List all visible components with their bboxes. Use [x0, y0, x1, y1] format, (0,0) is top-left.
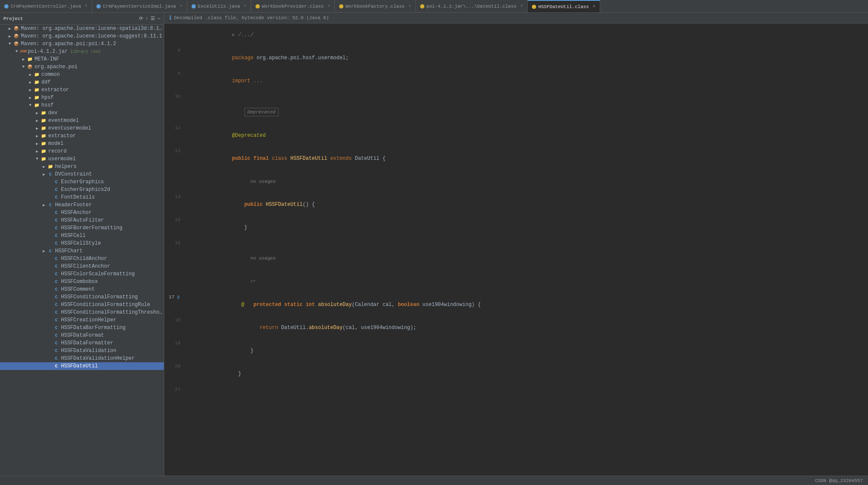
tab-close[interactable]: × [85, 4, 87, 9]
tree-item-dev[interactable]: ▶ 📁 dev [0, 109, 164, 117]
tree-item-eventusermodel[interactable]: ▶ 📁 eventusermodel [0, 124, 164, 132]
sort-icon[interactable]: ↕ [145, 16, 148, 21]
tab-label: CrmPaymentController.java [11, 4, 81, 9]
tree-item-hssfcombobox[interactable]: C HSSFCombobox [0, 278, 164, 286]
tab-close[interactable]: × [328, 4, 330, 9]
package-icon: 📦 [13, 40, 20, 47]
line-content: return DateUtil.absoluteDay(cal, use1904… [186, 316, 868, 339]
tab-close[interactable]: × [180, 4, 183, 9]
tab-workbook-provider[interactable]: WorkbookProvider.class × [251, 0, 335, 12]
arrow-icon: ▶ [34, 111, 40, 115]
minimize-icon[interactable]: — [157, 16, 160, 21]
tree-item-eschergraphics[interactable]: C EscherGraphics [0, 178, 164, 186]
tree-item-ddf[interactable]: ▶ 📁 ddf [0, 78, 164, 86]
tab-icon-java [192, 4, 196, 9]
tree-item-hssfdateutil[interactable]: C HSSFDateUtil [0, 362, 164, 370]
line-content: no usages [186, 247, 868, 270]
code-line: 16 [164, 239, 868, 247]
tree-item-hssfdatavalidationhelper[interactable]: C HSSFDataValidationHelper [0, 355, 164, 362]
tree-item-maven-poi[interactable]: ▼ 📦 Maven: org.apache.poi:poi:4.1.2 [0, 40, 164, 48]
tree-item-maven-lucene-spatial[interactable]: ▶ 📦 Maven: org.apache.lucene:lucene-spat… [0, 25, 164, 32]
code-line: 18 return DateUtil.absoluteDay(cal, use1… [164, 316, 868, 339]
tab-icon-java [96, 4, 101, 9]
folder-icon: 📁 [47, 163, 54, 170]
tab-close[interactable]: × [593, 4, 595, 9]
tree-item-hssfdataformat[interactable]: C HSSFDataFormat [0, 332, 164, 339]
tree-item-record[interactable]: ▶ 📁 record [0, 147, 164, 155]
tree-item-eventmodel[interactable]: ▶ 📁 eventmodel [0, 117, 164, 124]
tab-crm-controller[interactable]: CrmPaymentController.java × [0, 0, 92, 12]
tree-item-common[interactable]: ▶ 📁 common [0, 71, 164, 78]
menu-icon[interactable]: ☰ [151, 16, 155, 21]
line-content: ▶ /.../ [186, 23, 868, 46]
tree-item-hssfcreationhelper[interactable]: C HSSFCreationHelper [0, 316, 164, 324]
tree-item-dvconstraint[interactable]: ▶ C DVConstraint [0, 170, 164, 178]
tree-item-hssfborderformatting[interactable]: C HSSFBorderFormatting [0, 224, 164, 232]
tree-item-hssfconditionalformattingrule[interactable]: C HSSFConditionalFormattingRule [0, 301, 164, 309]
tree-item-hssfcolorscaleformatting[interactable]: C HSSFColorScaleFormatting [0, 270, 164, 278]
tree-item-extractor[interactable]: ▶ 📁 extractor [0, 86, 164, 94]
code-line: 19 } [164, 339, 868, 362]
code-line: ▶ /.../ [164, 23, 868, 46]
class-icon: C [53, 363, 60, 370]
tab-workbook-factory[interactable]: WorkbookFactory.class × [335, 0, 416, 12]
tree-item-hssfdataformatter[interactable]: C HSSFDataFormatter [0, 339, 164, 347]
arrow-icon: ▼ [20, 65, 26, 69]
arrow-icon: ▶ [41, 249, 47, 254]
sidebar: Project ⟳ ↕ ☰ — ▶ 📦 Maven: org.apache.lu… [0, 13, 164, 476]
fold-arrow[interactable]: ▶ [232, 32, 235, 38]
class-icon: C [47, 202, 54, 208]
tree-item-hssfcell[interactable]: C HSSFCell [0, 232, 164, 240]
tree-item-org-apache-poi[interactable]: ▼ 📦 org.apache.poi [0, 63, 164, 71]
tree-item-hssfanchor[interactable]: C HSSFAnchor [0, 209, 164, 217]
tree-item-eschergraphics2d[interactable]: C EscherGraphics2d [0, 186, 164, 193]
tree-item-maven-lucene-suggest[interactable]: ▶ 📦 Maven: org.apache.lucene:lucene-sugg… [0, 32, 164, 40]
code-line: 14 public HSSFDateUtil() { [164, 193, 868, 216]
class-icon: C [53, 232, 60, 239]
arrow-icon: ▶ [27, 95, 33, 100]
class-icon: C [53, 255, 60, 262]
project-title: Project [3, 16, 23, 21]
arrow-icon: ▶ [27, 80, 33, 85]
tab-crm-service[interactable]: CrmPaymentServiceImpl.java × [92, 0, 187, 12]
sync-icon[interactable]: ⟳ [139, 16, 143, 21]
tab-close[interactable]: × [409, 4, 411, 9]
arrow-icon: ▶ [20, 57, 26, 62]
code-line: no usages [164, 170, 868, 193]
tab-hssf-date-util[interactable]: HSSFDateUtil.class × [528, 0, 600, 12]
line-content [186, 239, 868, 247]
tree-item-fontdetails[interactable]: C FontDetails [0, 193, 164, 201]
tree-item-hssfchildanchor[interactable]: C HSSFChildAnchor [0, 255, 164, 263]
tree-item-hssfcomment[interactable]: C HSSFComment [0, 286, 164, 293]
tab-poi-jar[interactable]: poi-4.1.2.jar\...\DateUtil.class × [416, 0, 528, 12]
tree-item-hssfconditionalformatting[interactable]: C HSSFConditionalFormatting [0, 293, 164, 301]
tree-item-headerfooter[interactable]: ▶ C HeaderFooter [0, 201, 164, 209]
tree-item-hssfdatabarformatting[interactable]: C HSSFDataBarFormatting [0, 324, 164, 332]
tree-item-usermodel[interactable]: ▼ 📁 usermodel [0, 155, 164, 163]
tree-item-hssfautofilter[interactable]: C HSSFAutoFilter [0, 217, 164, 224]
tree-item-hssfcellstyle[interactable]: C HSSFCellStyle [0, 240, 164, 247]
tab-close[interactable]: × [244, 4, 247, 9]
tree-item-hssf[interactable]: ▼ 📁 hssf [0, 101, 164, 109]
folder-icon: 📁 [26, 56, 33, 63]
line-content: } [186, 339, 868, 362]
tab-close[interactable]: × [520, 4, 523, 9]
tab-excel-utils[interactable]: ExcelUtils.java × [187, 0, 251, 12]
tree-item-helpers[interactable]: ▶ 📁 helpers [0, 163, 164, 170]
sidebar-header-icons: ⟳ ↕ ☰ — [139, 16, 160, 21]
code-editor[interactable]: ▶ /.../ 6 package org.apache.poi.hssf.us… [164, 23, 868, 476]
code-line: 10 [164, 92, 868, 100]
tree-item-hpsf[interactable]: ▶ 📁 hpsf [0, 94, 164, 101]
tree-item-meta-inf[interactable]: ▶ 📁 META-INF [0, 55, 164, 63]
tree-item-hssfclientanchor[interactable]: C HSSFClientAnchor [0, 263, 164, 270]
arrow-icon: ▶ [41, 165, 47, 169]
tree-item-poi-jar[interactable]: ▼ JAR poi-4.1.2.jar library root [0, 48, 164, 55]
line-number [164, 170, 186, 193]
tree-item-hssfconditionalformattingthreshold[interactable]: C HSSFConditionalFormattingThreshold [0, 309, 164, 316]
tree-item-hssfchart[interactable]: ▶ C HSSFChart [0, 247, 164, 255]
folder-icon: 📁 [40, 148, 47, 155]
tree-item-hssfdatavalidation[interactable]: C HSSFDataValidation [0, 347, 164, 355]
tree-item-model[interactable]: ▶ 📁 model [0, 140, 164, 147]
tree-item-extractor2[interactable]: ▶ 📁 extractor [0, 132, 164, 140]
line-number: 14 [164, 193, 186, 216]
